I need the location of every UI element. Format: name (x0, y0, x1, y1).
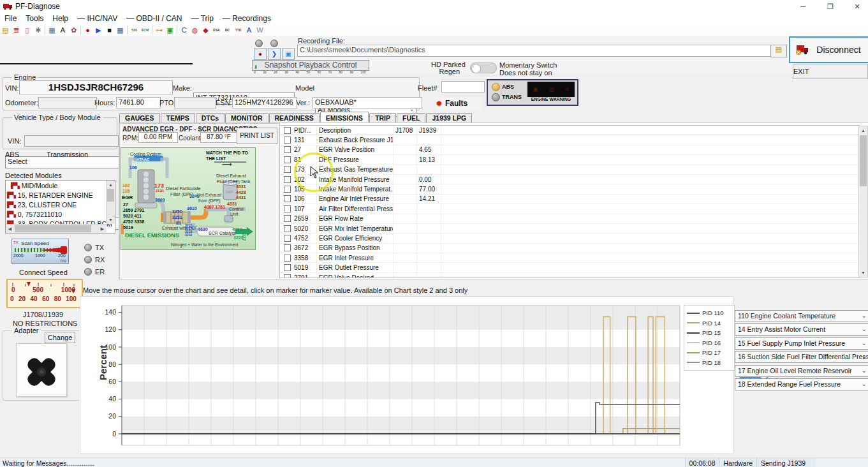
column-header[interactable]: PID/... (292, 126, 317, 135)
recording-file-path[interactable]: C:\Users\smeek\Documents\Diagnostics (297, 45, 772, 57)
table-row[interactable]: 2659EGR Flow Rate (280, 214, 859, 224)
print-list-button[interactable]: PRINT LIST (237, 128, 277, 144)
table-row[interactable]: 107Air Filter Differential Press... (280, 204, 859, 214)
close-button[interactable]: ✕ (846, 0, 868, 13)
international-brand-icon[interactable]: ◆ (200, 25, 211, 35)
row-checkbox[interactable] (284, 215, 291, 222)
row-checkbox[interactable] (284, 146, 291, 153)
sidebar-vin-field[interactable] (24, 135, 119, 147)
row-checkbox[interactable] (284, 137, 291, 144)
column-header[interactable]: J1939 (417, 126, 441, 135)
pid-selector-3[interactable]: 15 Fuel Supply Pump Inlet Pressure (735, 337, 868, 350)
chart-panel[interactable]: Percent 020406080100120140 PID 110PID 14… (80, 296, 733, 454)
table-row[interactable]: 5019EGR Outlet Pressure (280, 263, 859, 272)
row-checkbox[interactable] (284, 244, 291, 251)
disconnect-button[interactable]: ✕ Disconnect (789, 36, 868, 63)
pid-selector-1[interactable]: 110 Engine Coolant Temperature (735, 310, 868, 322)
tab-gauges[interactable]: GAUGES (119, 113, 160, 123)
j1587-icon[interactable]: 530 (129, 25, 140, 35)
maximize-button[interactable]: ❐ (820, 0, 841, 13)
module-list-item[interactable]: ▛▚MID/Module (6, 181, 115, 190)
odometer-field[interactable] (38, 97, 97, 108)
stop-snapshot-button[interactable]: ▣ (282, 48, 295, 60)
record-icon[interactable]: ● (82, 25, 93, 35)
record-snapshot-button[interactable]: ● (254, 48, 267, 60)
table-row[interactable]: 106Engine Air Inlet Pressure14.21 (280, 195, 859, 204)
menu-item-ihc-nav[interactable]: — IHC/NAV (73, 13, 122, 24)
menu-item-file[interactable]: File (0, 13, 21, 24)
row-checkbox[interactable] (284, 176, 291, 183)
font-icon[interactable]: A (57, 25, 68, 35)
module-list-item[interactable]: ▛▚23, CLUSTER ONE (6, 200, 115, 209)
row-checkbox[interactable] (284, 186, 291, 193)
esn-field[interactable]: 125HM2Y4128296 (232, 97, 297, 108)
table-row[interactable]: 173Exhaust Gas Temperature (280, 165, 859, 175)
exit-button[interactable]: EXIT (793, 64, 868, 79)
table-row[interactable]: 2791EGR Valve Desired (280, 273, 859, 278)
play-snapshot-button[interactable]: ❯ (268, 48, 281, 60)
faults-button[interactable]: ✹ Faults (436, 97, 482, 110)
menu-item-trip[interactable]: — Trip (187, 13, 218, 24)
column-header[interactable]: J1708 (394, 126, 417, 135)
hd-parked-regen-toggle[interactable] (470, 63, 497, 73)
row-checkbox[interactable] (284, 205, 291, 212)
adapter-change-button[interactable]: Change (45, 332, 75, 343)
pid-selector-5[interactable]: 17 Engine Oil Level Remote Reservoir (735, 365, 868, 377)
line-chart[interactable]: 020406080100120140 (80, 297, 733, 453)
ver-field[interactable]: OEBXAUAB* (313, 97, 422, 108)
column-header[interactable]: Description (317, 126, 394, 135)
table-row[interactable]: 3358EGR Inlet Pressure (280, 253, 859, 263)
menu-item-help[interactable]: Help (48, 13, 73, 24)
pto-field[interactable] (174, 97, 216, 108)
play-icon[interactable]: ▶ (93, 25, 104, 35)
tab-temps[interactable]: TEMPS (161, 113, 195, 123)
table-row[interactable]: 3672EGR Bypass Position (280, 244, 859, 253)
menu-item-obd-ii-can[interactable]: — OBD-II / CAN (122, 13, 186, 24)
minimize-button[interactable]: ─ (792, 0, 814, 13)
report-icon[interactable]: ▯ (22, 25, 33, 35)
pid-selector-6[interactable]: 18 Extended Range Fuel Pressure (735, 378, 868, 390)
levels-icon[interactable]: ≣ (11, 25, 22, 35)
tab-j1939-lpg[interactable]: J1939 LPG (426, 113, 472, 123)
table-row[interactable]: 81DPF Pressure18.13 (280, 155, 859, 165)
allison-brand-icon[interactable]: A (244, 25, 254, 35)
table-row[interactable]: 27EGR Valve Position4.65 (280, 145, 859, 155)
module-list-item[interactable]: ▛▚0, 7573211010 (6, 209, 115, 219)
modules-vscrollbar[interactable]: ▲▼ (106, 181, 115, 224)
stop-icon[interactable]: ■ (104, 25, 115, 35)
wabco-brand-icon[interactable]: W (254, 25, 265, 35)
table-row[interactable]: 105Intake Manifold Temperat...77.00 (280, 184, 859, 194)
tab-readiness[interactable]: READINESS (269, 113, 320, 123)
key-icon[interactable]: ⊶ (154, 25, 165, 35)
row-checkbox[interactable] (284, 264, 291, 271)
vin-value[interactable]: 1HSDJSJR8CH67296 (19, 80, 173, 94)
row-checkbox[interactable] (284, 255, 291, 262)
table-row[interactable]: 131Exhaust Back Pressure J1... (280, 135, 859, 145)
row-checkbox[interactable] (284, 166, 291, 173)
table-row[interactable]: 5020EGR Mix Inlet Temperature (280, 224, 859, 234)
module-list-item[interactable]: ▛▚15, RETARDER ENGINE (6, 190, 115, 200)
settings-gear-icon[interactable]: ✱ (33, 25, 43, 35)
table-row[interactable]: 4752EGR Cooler Efficiency (280, 234, 859, 243)
row-checkbox[interactable] (284, 195, 291, 202)
pid-table[interactable]: PID/...DescriptionJ1708J1939131Exhaust B… (279, 125, 860, 278)
menu-item-recordings[interactable]: — Recordings (218, 13, 276, 24)
module-icon[interactable]: ▣ (165, 25, 175, 35)
tab-trip[interactable]: TRIP (369, 113, 396, 123)
pid-table-scrollbar[interactable]: ▲ ▼ (858, 126, 868, 278)
pid-selector-4[interactable]: 16 Suction Side Fuel Filter Differential… (735, 351, 868, 363)
calendar-icon[interactable]: ▦ (115, 25, 126, 35)
row-checkbox[interactable] (284, 274, 291, 278)
select-all-checkbox[interactable] (284, 127, 291, 134)
menu-item-tools[interactable]: Tools (21, 13, 48, 24)
open-folder-icon[interactable]: ▤ (0, 25, 11, 35)
snapshot-playback-button[interactable]: Snapshot Playback Control (252, 60, 369, 71)
detected-modules-list[interactable]: ▛▚MID/Module▛▚15, RETARDER ENGINE▛▚23, C… (5, 180, 115, 234)
detroit-brand-icon[interactable]: ◍ (189, 25, 200, 35)
tab-fuel[interactable]: FUEL (397, 113, 425, 123)
pid-selector-2[interactable]: 14 Entry Assist Motor Current (735, 323, 868, 336)
row-checkbox[interactable] (284, 225, 291, 232)
esa-brand-icon[interactable]: ESA (211, 25, 222, 35)
tab-emissions[interactable]: EMISSIONS (320, 112, 369, 122)
dtc-brand-icon[interactable]: DC (222, 25, 233, 35)
